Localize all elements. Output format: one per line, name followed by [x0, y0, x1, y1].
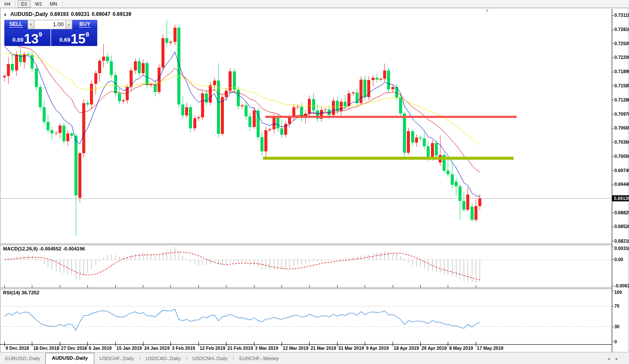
sell-price-prefix: 0.69	[12, 37, 23, 43]
macd-tick-label: 0.00	[614, 257, 623, 262]
price-tick-label: 0.69440	[614, 182, 629, 187]
buy-price-quote[interactable]: 0.69 15 8	[51, 29, 97, 46]
price-tick-label: 0.68210	[614, 238, 629, 244]
ohlc-open: 0.69193	[50, 11, 68, 17]
date-tick-label: 29 Apr 2019	[421, 345, 447, 351]
date-tick-label: 18 Dec 2018	[33, 345, 59, 351]
symbol-tab-usdcnh[interactable]: USDCNH-,Daily	[187, 354, 233, 364]
buy-price-prefix: 0.69	[59, 37, 70, 43]
symbol-tab-audusd[interactable]: AUDUSD-,Daily	[45, 353, 94, 364]
date-tick-label: 17 May 2019	[477, 345, 503, 351]
ohlc-high: 0.69231	[71, 11, 90, 17]
sell-button[interactable]: SELL	[4, 20, 28, 29]
ohlc-close: 0.69139	[112, 11, 131, 17]
macd-tick-label: 0.003164	[614, 246, 629, 251]
price-tick-label: 0.70360	[614, 139, 629, 145]
tab-scroll-left-icon: ◂	[607, 356, 616, 361]
symbol-tab-bar: EURUSD-,DailyAUDUSD-,DailyUSDCHF-,Daily|…	[0, 352, 629, 364]
price-tick-label: 0.69745	[614, 168, 629, 173]
rsi-tick-label: 30	[614, 324, 620, 329]
ohlc-low: 0.69047	[92, 11, 110, 17]
date-tick-label: 8 May 2019	[449, 345, 473, 351]
price-tick-label: 0.72810	[614, 27, 629, 32]
buy-button-label: BUY	[79, 22, 90, 28]
price-axis-border	[612, 9, 612, 352]
symbol-tab-eurusd[interactable]: EURUSD-,Daily	[0, 354, 45, 364]
date-tick-label: 15 Jan 2019	[117, 345, 142, 351]
date-tick-label: 9 Apr 2019	[366, 345, 389, 351]
collapse-triangle-icon[interactable]: ▲	[3, 12, 7, 16]
macd-tick-label: -0.006317	[614, 283, 629, 288]
volume-input[interactable]: 1.00	[34, 20, 65, 29]
time-axis-border	[0, 344, 612, 345]
price-tick-label: 0.70665	[614, 125, 629, 130]
volume-decrease-button[interactable]: ▼	[28, 20, 34, 29]
date-tick-label: 6 Jan 2019	[89, 345, 112, 351]
price-tick-label: 0.70050	[614, 154, 629, 159]
price-tick-label: 0.68825	[614, 210, 629, 215]
pane-splitter-macd[interactable]	[0, 244, 612, 245]
buy-button[interactable]: BUY	[72, 20, 97, 29]
rsi-tick-label: 100	[614, 290, 622, 295]
sell-price-quote[interactable]: 0.69 13 9	[4, 29, 50, 46]
date-tick-label: 27 Dec 2018	[61, 345, 87, 351]
date-tick-label: 3 Mar 2019	[255, 345, 279, 351]
chart-surface[interactable]	[0, 0, 629, 364]
buy-price-point: 8	[86, 31, 89, 38]
pane-splitter-rsi[interactable]	[0, 287, 612, 289]
date-tick-label: 12 Mar 2019	[283, 345, 309, 351]
date-tick-label: 24 Jan 2019	[144, 345, 170, 351]
volume-increase-button[interactable]: ▲	[65, 20, 72, 29]
sell-button-label: SELL	[9, 22, 23, 28]
price-tick-label: 0.72200	[614, 55, 629, 60]
sell-price-point: 9	[39, 31, 42, 38]
price-tick-label: 0.71585	[614, 83, 629, 88]
rsi-tick-label: 0	[614, 339, 617, 344]
symbol-tab-usdchf[interactable]: USDCHF-,Daily	[94, 354, 139, 364]
date-tick-label: 21 Feb 2019	[227, 345, 253, 351]
tab-scroll-right-icon: ▸	[616, 356, 624, 361]
date-tick-label: 21 Mar 2019	[310, 345, 336, 351]
date-tick-label: 31 Mar 2019	[338, 345, 364, 351]
price-tick-label: 0.71890	[614, 69, 629, 74]
buy-price-pips: 15	[71, 34, 85, 45]
date-tick-label: 12 Feb 2019	[200, 345, 226, 351]
chart-symbol-label: AUDUSD-,Daily	[10, 11, 48, 17]
price-tick-label: 0.70970	[614, 111, 629, 117]
chart-shift-marker-icon[interactable]: ▼	[485, 9, 489, 13]
symbol-tab-eurchf[interactable]: EURCHF-,Weekly	[234, 354, 284, 364]
price-tick-label: 0.71280	[614, 97, 629, 102]
sell-price-pips: 13	[24, 34, 38, 45]
price-tick-label: 0.72505	[614, 41, 629, 46]
tab-scroll-arrows[interactable]: ◂▸	[607, 356, 624, 361]
date-tick-label: 3 Feb 2019	[172, 345, 195, 351]
date-tick-label: 9 Dec 2018	[6, 345, 29, 351]
symbol-tab-usdcad[interactable]: USDCAD-,Daily	[141, 354, 186, 364]
mt4-window: H4D1W1MN ▲ AUDUSD-,Daily 0.69193 0.69231…	[0, 0, 629, 364]
date-tick-label: 18 Apr 2019	[394, 345, 419, 351]
one-click-trade-panel: SELL ▼ 1.00 ▲ BUY 0.69 13 9 0.69 15 8	[4, 20, 97, 46]
price-tick-label: 0.73115	[614, 12, 629, 18]
current-price-label: 0.69139	[612, 195, 629, 201]
macd-indicator-label: MACD(12,26,9) -0.004552 -0.004196	[3, 246, 85, 251]
price-tick-label: 0.68520	[614, 224, 629, 229]
rsi-tick-label: 70	[614, 303, 620, 308]
rsi-indicator-label: RSI(14) 36.7252	[3, 290, 39, 295]
chart-ohlc-header: ▲ AUDUSD-,Daily 0.69193 0.69231 0.69047 …	[3, 11, 131, 17]
